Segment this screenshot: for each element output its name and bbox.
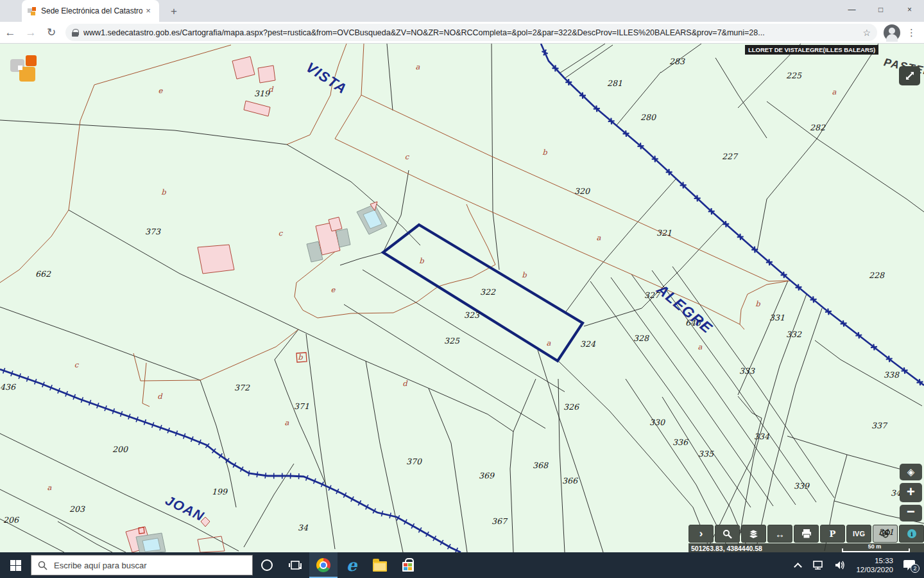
window-maximize-button[interactable]: □ [866,0,895,19]
tab-close-icon[interactable]: × [142,5,154,17]
street-photo-button[interactable]: P [820,525,845,543]
boundary-cross-mark [766,262,773,263]
system-tray: 15:33 12/03/2020 2 [789,552,924,578]
parcel-number-label: 367 [492,516,508,526]
zoom-in-button[interactable]: + [900,483,922,502]
taskbar-clock[interactable]: 15:33 12/03/2020 [856,556,893,574]
parcel-number-label: 323 [464,310,480,320]
tray-chevron-icon[interactable] [794,563,803,571]
parcel-number-label: 324 [580,339,596,349]
search-button[interactable] [715,525,740,543]
bookmark-star-icon[interactable]: ☆ [862,28,871,38]
parcel-boundary-line [0,307,200,380]
volume-icon[interactable] [834,560,846,570]
parcel-number-label: 334 [754,432,770,441]
measure-button[interactable]: ↔ [767,525,792,543]
window-minimize-button[interactable]: — [837,0,866,19]
back-icon[interactable]: ← [0,26,21,39]
parcel-boundary-line [631,274,796,505]
parcel-number-label: 319 [254,89,270,98]
network-icon[interactable] [812,560,824,570]
browser-menu-icon[interactable]: ⋮ [907,27,916,39]
parcel-number-label: 339 [794,481,810,491]
window-close-button[interactable]: × [895,0,924,19]
parcel-number-label: 333 [739,366,755,376]
parcel-number-label: 34 [298,523,309,532]
taskbar-chrome-button[interactable] [309,552,338,578]
subparcel-letter-label: c [278,229,284,238]
path-tick [248,471,249,477]
parcel-boundary-line [383,170,409,252]
fullscreen-button[interactable] [899,66,920,85]
print-button[interactable] [794,525,819,543]
cortana-icon [261,559,273,571]
task-view-icon [289,559,302,571]
forward-icon[interactable]: → [21,26,41,39]
subparcel-letter-label: a [547,338,551,347]
layers-icon [748,529,759,539]
boundary-cross-mark [902,370,908,371]
building [258,66,275,83]
search-placeholder: Escribe aquí para buscar [54,561,147,570]
windows-taskbar: Escribe aquí para buscar e 15:33 12/03/2… [0,552,924,578]
expand-toolbar-button[interactable]: › [689,525,714,543]
parcel-number-label: 206 [3,515,19,525]
parcel-number-label: 371 [294,401,309,411]
address-bar[interactable]: www1.sedecatastro.gob.es/Cartografia/map… [65,24,877,41]
parcel-boundary-line [767,101,817,139]
ivg-button[interactable]: IVG [846,525,871,543]
zoom-out-button[interactable]: − [900,505,922,521]
parcel-number-label: 328 [633,333,649,343]
date-text: 12/03/2020 [856,565,893,574]
info-button[interactable]: i [899,525,924,543]
cadastral-map[interactable]: 3193736624363202812832802273212252822283… [0,44,924,552]
taskbar-search-input[interactable]: Escribe aquí para buscar [31,555,253,575]
building [198,536,225,552]
lock-icon [72,29,78,37]
parcel-boundary-line [559,362,711,552]
browser-tab[interactable]: Sede Electrónica del Catastro × [22,0,159,22]
parcel-boundary-line [275,360,326,485]
info-icon: i [907,529,917,539]
subparcel-letter-label: d [402,379,408,388]
action-center-button[interactable]: 2 [903,560,915,570]
parcel-number-label: 283 [669,57,685,66]
notification-badge: 2 [911,564,920,573]
taskbar-store-button[interactable] [394,552,422,578]
taskbar-explorer-button[interactable] [366,552,394,578]
new-tab-button[interactable]: + [166,4,182,19]
time-text: 15:33 [856,556,893,565]
task-view-button[interactable] [281,552,309,578]
taskbar-edge-button[interactable]: e [338,552,366,578]
parcel-boundary-line [584,223,724,326]
boundary-cross-mark [855,335,862,335]
subparcel-letter-label: a [285,418,289,427]
parcel-number-label: 372 [234,383,250,392]
profile-avatar[interactable] [884,24,900,41]
url-text[interactable]: www1.sedecatastro.gob.es/Cartografia/map… [83,28,859,37]
parcel-boundary-line [69,210,298,329]
chrome-icon [316,558,330,572]
layers-button[interactable] [741,525,766,543]
parcel-number-label: 337 [871,421,888,430]
parcel-boundary-line [817,44,878,139]
desktop: { "browser": { "tab_title": "Sede Electr… [0,0,924,578]
boundary-cross-mark [917,381,923,382]
subparcel-boundary-line [295,252,438,318]
parcel-boundary-line [0,120,287,144]
subparcel-letter-label: b [298,353,303,362]
parcel-boundary-line [363,270,565,392]
start-button[interactable] [0,552,31,578]
boundary-cross-mark [841,323,847,324]
browser-navbar: ← → ↻ www1.sedecatastro.gob.es/Cartograf… [0,22,924,44]
reload-icon[interactable]: ↻ [41,26,62,39]
parcel-boundary-line [757,139,817,250]
parcel-boundary-line [715,58,767,138]
parcel-number-label: 369 [479,471,495,480]
pan-button[interactable]: ◈ [900,464,922,480]
expand-icon [904,70,916,82]
cortana-button[interactable] [253,552,281,578]
subparcel-letter-label: b [419,256,424,265]
parcel-number-label: 330 [649,417,665,427]
subparcel-letter-label: d [268,85,274,94]
